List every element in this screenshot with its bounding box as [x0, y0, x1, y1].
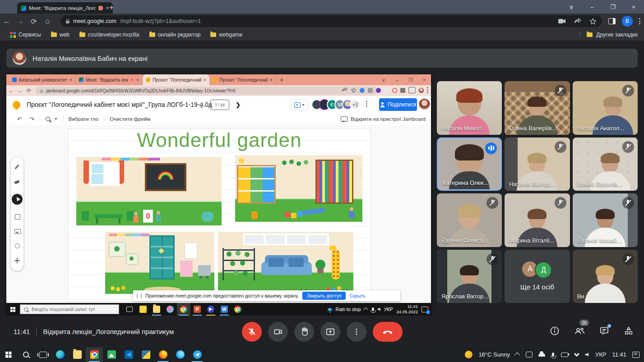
side-panel-icon[interactable]: [608, 18, 616, 24]
meeting-details-button[interactable]: [549, 325, 560, 338]
bookmark-webgame[interactable]: webgame: [210, 32, 242, 38]
chrome-button[interactable]: [86, 347, 103, 362]
other-bookmarks[interactable]: Другие закладки: [580, 32, 638, 38]
bookmark-star-icon[interactable]: [589, 18, 597, 25]
undo-button[interactable]: ↶: [17, 116, 22, 123]
inner-chrome2-button[interactable]: [231, 303, 245, 316]
share-icon[interactable]: [574, 18, 581, 25]
participant-tile[interactable]: Наталія Анатол...: [573, 81, 638, 135]
participant-tile[interactable]: Ксенія Василів...: [573, 137, 638, 191]
inner-profile-avatar[interactable]: [419, 88, 424, 93]
bookmark-css[interactable]: css/developer.mozilla: [79, 32, 139, 38]
language-label[interactable]: УКР: [595, 351, 607, 358]
clock-label[interactable]: 11:41: [612, 351, 626, 358]
choose-background-button[interactable]: Вибрати тло: [69, 116, 98, 122]
microphone-tray-icon[interactable]: [552, 353, 554, 357]
inner-forward-button[interactable]: →: [15, 87, 24, 94]
participant-tile[interactable]: Олена Валеріїв...: [505, 81, 570, 135]
hide-notification-button[interactable]: Скрыть: [349, 293, 366, 298]
next-frame-button[interactable]: ❯: [236, 101, 241, 108]
inner-powerpoint-button[interactable]: P: [190, 303, 204, 316]
photos-button[interactable]: [103, 347, 120, 362]
inner-tab-jamboard-active[interactable]: Проєкт "Логопедичний кабінет ×: [143, 74, 209, 85]
inner-maximize-button[interactable]: ❐: [404, 78, 417, 82]
jamboard-share-button[interactable]: Поділитися: [379, 98, 417, 111]
recording-extension-icon[interactable]: [392, 88, 397, 93]
participants-button[interactable]: 26: [574, 325, 585, 338]
tray-expand-icon[interactable]: [363, 307, 368, 312]
end-call-button[interactable]: [373, 322, 403, 342]
screen-record-tray-icon[interactable]: [526, 352, 533, 357]
tab-search-icon[interactable]: ∨: [561, 4, 582, 10]
bookmark-web[interactable]: web: [51, 32, 69, 38]
inner-clock[interactable]: 11:41 24.05.2022: [396, 304, 418, 315]
inner-notification-icon[interactable]: [422, 307, 428, 312]
pen-tool-icon[interactable]: [14, 164, 20, 170]
tab-camera-icon[interactable]: [558, 18, 566, 24]
zoom-dropdown-icon[interactable]: [55, 118, 57, 120]
browser-tab[interactable]: Meet: "Відкрита лекція_Лого ×: [17, 2, 113, 14]
mic-mute-button[interactable]: [242, 322, 262, 342]
python-button[interactable]: [137, 347, 154, 362]
jamboard-menu-icon[interactable]: [366, 101, 367, 107]
raise-hand-button[interactable]: [294, 322, 314, 342]
notification-center-icon[interactable]: [632, 352, 639, 358]
stop-sharing-button[interactable]: Закрыть доступ: [302, 292, 346, 300]
inner-menu-icon[interactable]: [427, 87, 428, 93]
inner-back-button[interactable]: ←: [6, 87, 15, 94]
participant-tile-speaking[interactable]: Катерина Олек...: [437, 137, 502, 191]
chat-button[interactable]: [599, 325, 610, 338]
tab-close-icon[interactable]: ×: [136, 77, 139, 82]
taskbar-search-button[interactable]: [17, 347, 34, 362]
overflow-tile[interactable]: А Д Ще 14 осіб: [505, 250, 570, 303]
inner-word-button[interactable]: W: [218, 303, 231, 316]
sticky-note-tool-icon[interactable]: [14, 213, 20, 220]
activities-button[interactable]: [623, 325, 634, 338]
inner-start-button[interactable]: [6, 303, 20, 316]
onedrive-icon[interactable]: [538, 353, 545, 357]
vscode-button[interactable]: [120, 347, 137, 362]
bookmark-star-icon[interactable]: [351, 87, 357, 93]
file-explorer-button[interactable]: [69, 347, 86, 362]
prev-frame-button[interactable]: ❮: [199, 101, 204, 108]
maximize-button[interactable]: ❐: [602, 4, 623, 10]
weather-sun-icon[interactable]: [465, 351, 473, 358]
extension-icon[interactable]: [360, 88, 365, 93]
inner-minimize-button[interactable]: –: [390, 78, 404, 82]
battery-icon[interactable]: [561, 353, 568, 357]
eraser-tool-icon[interactable]: [14, 179, 20, 185]
firefox-button[interactable]: [154, 347, 171, 362]
inner-sticky-notes-button[interactable]: [136, 303, 150, 316]
tray-expand-icon[interactable]: [514, 353, 520, 358]
extension-icon[interactable]: [376, 88, 381, 93]
extension-icon[interactable]: [368, 88, 373, 93]
inner-language-label[interactable]: УКР: [384, 307, 393, 312]
taskbar-search-input[interactable]: [31, 306, 115, 312]
tab-close-icon[interactable]: ×: [270, 77, 273, 82]
bookmark-services[interactable]: Сервисы: [10, 32, 41, 38]
zoom-icon[interactable]: [46, 117, 50, 121]
bookmark-editor[interactable]: онлайн редактор: [149, 32, 201, 38]
select-tool-icon[interactable]: [12, 194, 23, 205]
wifi-icon[interactable]: [574, 353, 579, 357]
inner-tab-jamboard2[interactable]: Проєкт "Логопедичний кабінет ×: [209, 74, 276, 85]
frame-indicator[interactable]: 7 / 20: [210, 100, 229, 110]
firefox-dev-button[interactable]: [171, 347, 189, 362]
inner-close-button[interactable]: ×: [417, 78, 431, 82]
participant-tile[interactable]: Марина Віталії...: [505, 193, 570, 247]
back-button[interactable]: ←: [0, 17, 14, 25]
open-on-device-button[interactable]: Відкрити на пристрої Jamboard: [341, 116, 426, 122]
share-icon[interactable]: [342, 87, 347, 93]
weather-label[interactable]: 16°C Sunny: [478, 351, 510, 358]
clear-frame-button[interactable]: Очистити фрейм: [110, 116, 150, 122]
start-button[interactable]: [0, 347, 17, 362]
home-button[interactable]: ⌂: [41, 17, 54, 25]
participant-tile[interactable]: Євгенія Олекса...: [437, 193, 502, 247]
participant-tile[interactable]: Наталія Микол...: [437, 81, 502, 135]
inner-new-tab-button[interactable]: +: [280, 74, 283, 85]
inner-tab-search-icon[interactable]: ∨: [377, 78, 390, 82]
image-tool-icon[interactable]: [14, 228, 20, 234]
inner-reload-button[interactable]: ⟳: [24, 87, 33, 94]
forward-button[interactable]: →: [14, 17, 27, 25]
microphone-tray-icon[interactable]: [372, 307, 374, 311]
